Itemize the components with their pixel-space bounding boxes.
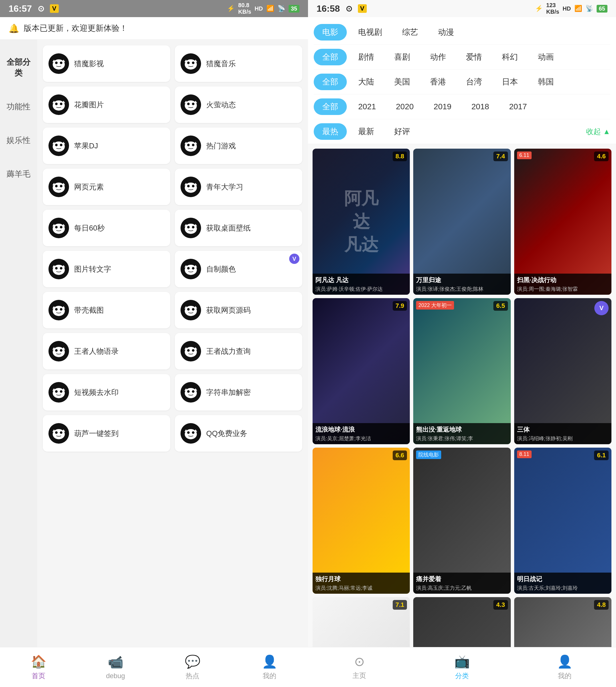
- movie-card-minion[interactable]: 7.1 小黄人: [312, 597, 410, 647]
- sidebar-item-func[interactable]: 功能性: [0, 90, 37, 124]
- app-card-wzquote[interactable]: 王者人物语录: [43, 333, 170, 369]
- debug-icon: 📹: [108, 655, 124, 670]
- sidebar-item-wool[interactable]: 薅羊毛: [0, 157, 37, 191]
- app-card-encode[interactable]: 字符串加解密: [175, 374, 302, 411]
- movie-card-gehao[interactable]: 4.8 哥，你好: [514, 597, 612, 647]
- movie-card-avatar[interactable]: 阿凡达凡达 8.8 阿凡达 凡达 演员:萨姆·沃辛顿;佐伊·萨尔达: [312, 149, 410, 295]
- filter-chip-2019[interactable]: 2019: [425, 99, 460, 114]
- app-card-hotgame[interactable]: 热门游戏: [175, 128, 302, 164]
- filter-chip-all-genre[interactable]: 全部: [314, 49, 347, 65]
- movie-card-saohei[interactable]: 6.11 4.6 扫黑·决战行动 演员:周一围;秦海璐;张智霖: [514, 149, 612, 295]
- movie-info-duxing: 独行月球 演员:沈腾;马丽;常远;李诚: [312, 573, 410, 594]
- movie-card-unknown[interactable]: 4.3: [413, 597, 510, 647]
- movie-poster-minri: 8.11 6.1 明日战记 演员:古天乐;刘嘉玲;刘嘉玲: [514, 448, 612, 594]
- app-icon-ocr: [48, 259, 69, 279]
- movie-card-duxing[interactable]: 6.6 独行月球 演员:沈腾;马丽;常远;李诚: [312, 448, 410, 594]
- movie-card-wanliguitu[interactable]: 7.4 万里归途 演员:张译;张俊杰;王俊尧;陈林: [413, 149, 510, 295]
- filter-chip-romance[interactable]: 爱情: [458, 49, 490, 65]
- bottom-nav-home-left[interactable]: 🏠 首页: [0, 647, 77, 687]
- bottom-nav-label-category: 分类: [455, 671, 469, 681]
- filter-chip-2018[interactable]: 2018: [463, 99, 498, 114]
- bottom-nav-hot[interactable]: 💬 热点: [154, 647, 231, 687]
- filter-chip-action[interactable]: 动作: [421, 49, 455, 65]
- filter-chip-animation[interactable]: 动画: [529, 49, 563, 65]
- filter-chip-korea[interactable]: 韩国: [529, 73, 563, 90]
- movies-grid: 阿凡达凡达 8.8 阿凡达 凡达 演员:萨姆·沃辛顿;佐伊·萨尔达 7.4 万里…: [308, 144, 616, 647]
- filter-chip-mainland[interactable]: 大陆: [350, 73, 383, 90]
- movie-card-tong[interactable]: 院线电影 痛并爱着 演员:高玉庆;王力元;乙帆: [413, 448, 510, 594]
- bottom-nav-debug[interactable]: 📹 debug: [77, 647, 154, 687]
- filter-chip-tv[interactable]: 电视剧: [350, 24, 391, 41]
- filter-chip-comedy[interactable]: 喜剧: [386, 49, 419, 65]
- bottom-nav-label-mine-left: 我的: [263, 671, 276, 681]
- filter-chip-2020[interactable]: 2020: [387, 99, 422, 114]
- movie-info-avatar: 阿凡达 凡达 演员:萨姆·沃辛顿;佐伊·萨尔达: [312, 274, 410, 295]
- data-speed: 80.8KB/s: [238, 2, 251, 15]
- app-icon-huaban: [48, 94, 69, 115]
- bottom-nav-mine-left[interactable]: 👤 我的: [231, 647, 308, 687]
- filter-chip-japan[interactable]: 日本: [493, 73, 526, 90]
- app-card-appledj[interactable]: 苹果DJ: [43, 128, 170, 164]
- app-card-huoying[interactable]: 火萤动态: [175, 86, 302, 123]
- filter-chip-2021[interactable]: 2021: [350, 99, 384, 114]
- app-card-ocr[interactable]: 图片转文字: [43, 251, 170, 287]
- movie-card-wandering[interactable]: 7.9 流浪地球·流浪 演员:吴京;屈楚萧;李光洁: [312, 298, 410, 444]
- app-card-webelem[interactable]: 网页元素: [43, 169, 170, 205]
- movie-card-bear[interactable]: 2022 大年初一 6.5 熊出没·重返地球 演员:张秉君;张伟;谭笑;李: [413, 298, 510, 444]
- filter-chip-variety[interactable]: 综艺: [394, 24, 427, 41]
- app-card-color[interactable]: 自制颜色 V: [175, 251, 302, 287]
- filter-chip-all-year[interactable]: 全部: [314, 99, 347, 115]
- movie-cast-wandering: 演员:吴京;屈楚萧;李光洁: [315, 435, 407, 442]
- app-card-lieying[interactable]: 猎魔影视: [43, 45, 170, 82]
- filter-chip-scifi[interactable]: 科幻: [493, 49, 526, 65]
- sidebar-nav: 全部分类 功能性 娱乐性 薅羊毛: [0, 40, 37, 647]
- v-icon: V: [292, 256, 296, 262]
- movie-rating-duxing: 6.6: [393, 450, 407, 460]
- movie-rating-wandering: 7.9: [393, 301, 407, 311]
- filter-row-region: 全部 大陆 美国 香港 台湾 日本 韩国: [314, 70, 610, 94]
- app-card-wzpower[interactable]: 王者战力查询: [175, 333, 302, 369]
- bluetooth-icon: ⚡: [227, 5, 235, 12]
- sidebar-item-entertainment[interactable]: 娱乐性: [0, 124, 37, 157]
- app-card-source[interactable]: 获取网页源码: [175, 292, 302, 328]
- movie-title-tong: 痛并爱着: [416, 575, 508, 583]
- filter-chip-all-region[interactable]: 全部: [314, 73, 347, 90]
- filter-chip-2017[interactable]: 2017: [501, 99, 535, 114]
- app-card-hulusign[interactable]: 葫芦一键签到: [43, 415, 170, 452]
- app-card-daily60[interactable]: 每日60秒: [43, 210, 170, 246]
- filter-chip-hot[interactable]: 最热: [314, 123, 347, 140]
- movie-poster-duxing: 6.6 独行月球 演员:沈腾;马丽;常远;李诚: [312, 448, 410, 594]
- collapse-button[interactable]: 收起 ▲: [586, 127, 610, 137]
- app-card-wallpaper[interactable]: 获取桌面壁纸: [175, 210, 302, 246]
- app-name-lieyin: 猎魔音乐: [206, 59, 236, 69]
- app-icon-encode: [180, 382, 201, 403]
- bottom-nav-mine-right[interactable]: 👤 我的: [513, 647, 616, 687]
- filter-chip-taiwan[interactable]: 台湾: [458, 73, 490, 90]
- app-card-watermark[interactable]: 短视频去水印: [43, 374, 170, 411]
- filter-chip-new[interactable]: 最新: [350, 123, 383, 140]
- app-card-huaban[interactable]: 花瓣图片: [43, 86, 170, 123]
- movie-card-santi[interactable]: V 三体 演员:冯绍峰;张静初;吴刚: [514, 298, 612, 444]
- app-card-qqfree[interactable]: QQ免费业务: [175, 415, 302, 452]
- app-card-youth[interactable]: 青年大学习: [175, 169, 302, 205]
- filter-chip-good[interactable]: 好评: [386, 123, 419, 140]
- bottom-nav-home-right[interactable]: ⊙ 主页: [308, 647, 411, 687]
- movie-poster-gehao: 4.8 哥，你好: [514, 597, 612, 647]
- filter-chip-drama[interactable]: 剧情: [350, 49, 383, 65]
- movie-info-wanli: 万里归途 演员:张译;张俊杰;王俊尧;陈林: [413, 274, 510, 295]
- app-name-wallpaper: 获取桌面壁纸: [206, 223, 251, 233]
- bottom-nav-right: ⊙ 主页 📺 分类 👤 我的: [308, 647, 616, 687]
- bottom-nav-category[interactable]: 📺 分类: [411, 647, 513, 687]
- app-card-lieyin[interactable]: 猎魔音乐: [175, 45, 302, 82]
- app-name-lieying: 猎魔影视: [74, 59, 104, 69]
- filter-chip-hk[interactable]: 香港: [421, 73, 455, 90]
- movie-rating-minion: 7.1: [393, 600, 407, 610]
- notification-text: 版本已更新，欢迎更新体验！: [24, 23, 128, 34]
- filter-chip-movie[interactable]: 电影: [314, 24, 347, 41]
- movie-card-minri[interactable]: 8.11 6.1 明日战记 演员:古天乐;刘嘉玲;刘嘉玲: [514, 448, 612, 594]
- sidebar-item-all[interactable]: 全部分类: [0, 45, 37, 90]
- filter-chip-usa[interactable]: 美国: [386, 73, 419, 90]
- movie-info-wandering: 流浪地球·流浪 演员:吴京;屈楚萧;李光洁: [312, 423, 410, 444]
- app-card-screenshot[interactable]: 带壳截图: [43, 292, 170, 328]
- filter-chip-anime[interactable]: 动漫: [430, 24, 463, 41]
